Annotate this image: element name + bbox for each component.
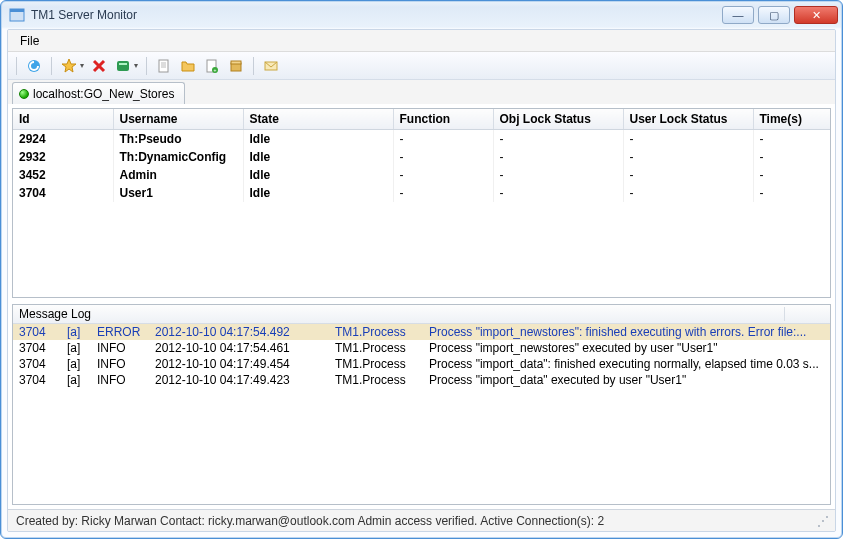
table-row[interactable]: 2932Th:DynamicConfigIdle---- <box>13 148 831 166</box>
log-cell: Process "import_newstores" executed by u… <box>429 341 824 355</box>
cell: Th:Pseudo <box>113 130 243 149</box>
col-username[interactable]: Username <box>113 109 243 130</box>
cell: - <box>623 130 753 149</box>
log-cell: TM1.Process <box>335 373 417 387</box>
cell: - <box>393 184 493 202</box>
page-add-icon[interactable]: + <box>203 57 221 75</box>
server-icon[interactable] <box>114 57 132 75</box>
cell: User1 <box>113 184 243 202</box>
title-bar[interactable]: TM1 Server Monitor — ▢ ✕ <box>1 1 842 29</box>
col-time[interactable]: Time(s) <box>753 109 831 130</box>
cell: - <box>753 166 831 184</box>
log-cell: Process "import_data": finished executin… <box>429 357 824 371</box>
toolbar-separator <box>51 57 52 75</box>
mail-icon[interactable] <box>262 57 280 75</box>
log-row[interactable]: 3704[a]ERROR2012-10-10 04:17:54.492TM1.P… <box>13 324 830 340</box>
log-body[interactable]: 3704[a]ERROR2012-10-10 04:17:54.492TM1.P… <box>13 324 830 504</box>
window-title: TM1 Server Monitor <box>31 8 722 22</box>
table-row[interactable]: 3704User1Idle---- <box>13 184 831 202</box>
log-cell: 2012-10-10 04:17:54.492 <box>155 325 323 339</box>
log-row[interactable]: 3704[a]INFO2012-10-10 04:17:49.423TM1.Pr… <box>13 372 830 388</box>
log-cell: TM1.Process <box>335 325 417 339</box>
cell: 3452 <box>13 166 113 184</box>
log-cell: 3704 <box>19 357 55 371</box>
cell: Idle <box>243 148 393 166</box>
favorite-icon[interactable] <box>60 57 78 75</box>
log-cell: 3704 <box>19 373 55 387</box>
cell: - <box>493 130 623 149</box>
log-header[interactable]: Message Log <box>13 305 830 324</box>
toolbar: ▾ ▾ + <box>8 52 835 80</box>
log-title: Message Log <box>19 307 91 321</box>
toolbar-separator <box>16 57 17 75</box>
cell: - <box>393 166 493 184</box>
toolbar-separator <box>253 57 254 75</box>
svg-rect-7 <box>119 63 127 65</box>
log-cell: 3704 <box>19 341 55 355</box>
cell: Idle <box>243 166 393 184</box>
col-state[interactable]: State <box>243 109 393 130</box>
cell: - <box>493 184 623 202</box>
tab-label: localhost:GO_New_Stores <box>33 87 174 101</box>
refresh-icon[interactable] <box>25 57 43 75</box>
tab-strip: localhost:GO_New_Stores <box>8 80 835 104</box>
svg-rect-8 <box>159 60 168 72</box>
client-area: File ▾ ▾ + localhost:GO_New_Stores <box>7 29 836 532</box>
log-cell: INFO <box>97 373 143 387</box>
col-user-lock[interactable]: User Lock Status <box>623 109 753 130</box>
cell: Idle <box>243 184 393 202</box>
minimize-button[interactable]: — <box>722 6 754 24</box>
cell: Admin <box>113 166 243 184</box>
svg-text:+: + <box>214 67 217 73</box>
status-dot-icon <box>19 89 29 99</box>
log-cell: 2012-10-10 04:17:49.454 <box>155 357 323 371</box>
col-id[interactable]: Id <box>13 109 113 130</box>
log-cell: INFO <box>97 341 143 355</box>
log-cell: Process "import_data" executed by user "… <box>429 373 824 387</box>
log-cell: INFO <box>97 357 143 371</box>
dropdown-icon[interactable]: ▾ <box>80 61 84 70</box>
resize-grip-icon[interactable]: ⋰ <box>817 514 827 528</box>
cell: - <box>753 130 831 149</box>
log-cell: Process "import_newstores": finished exe… <box>429 325 824 339</box>
cell: 2924 <box>13 130 113 149</box>
dropdown-icon[interactable]: ▾ <box>134 61 138 70</box>
delete-icon[interactable] <box>90 57 108 75</box>
log-cell: TM1.Process <box>335 357 417 371</box>
log-cell: [a] <box>67 325 85 339</box>
cell: - <box>753 184 831 202</box>
log-cell: 3704 <box>19 325 55 339</box>
log-panel: Message Log 3704[a]ERROR2012-10-10 04:17… <box>12 304 831 505</box>
table-row[interactable]: 2924Th:PseudoIdle---- <box>13 130 831 149</box>
content: Id Username State Function Obj Lock Stat… <box>8 104 835 509</box>
table-row[interactable]: 3452AdminIdle---- <box>13 166 831 184</box>
box-icon[interactable] <box>227 57 245 75</box>
toolbar-separator <box>146 57 147 75</box>
cell: - <box>623 184 753 202</box>
cell: - <box>753 148 831 166</box>
log-cell: 2012-10-10 04:17:49.423 <box>155 373 323 387</box>
menu-file[interactable]: File <box>14 32 45 50</box>
log-cell: [a] <box>67 357 85 371</box>
log-row[interactable]: 3704[a]INFO2012-10-10 04:17:54.461TM1.Pr… <box>13 340 830 356</box>
svg-rect-6 <box>117 61 129 71</box>
cell: - <box>393 148 493 166</box>
log-cell: [a] <box>67 373 85 387</box>
col-obj-lock[interactable]: Obj Lock Status <box>493 109 623 130</box>
cell: - <box>393 130 493 149</box>
page-icon[interactable] <box>155 57 173 75</box>
cell: 3704 <box>13 184 113 202</box>
log-cell: [a] <box>67 341 85 355</box>
folder-icon[interactable] <box>179 57 197 75</box>
cell: 2932 <box>13 148 113 166</box>
log-row[interactable]: 3704[a]INFO2012-10-10 04:17:49.454TM1.Pr… <box>13 356 830 372</box>
sessions-grid[interactable]: Id Username State Function Obj Lock Stat… <box>12 108 831 298</box>
col-function[interactable]: Function <box>393 109 493 130</box>
tab-server[interactable]: localhost:GO_New_Stores <box>12 82 185 104</box>
window-buttons: — ▢ ✕ <box>722 6 838 24</box>
maximize-button[interactable]: ▢ <box>758 6 790 24</box>
cell: - <box>623 166 753 184</box>
close-button[interactable]: ✕ <box>794 6 838 24</box>
svg-rect-1 <box>10 9 24 12</box>
log-cell: 2012-10-10 04:17:54.461 <box>155 341 323 355</box>
